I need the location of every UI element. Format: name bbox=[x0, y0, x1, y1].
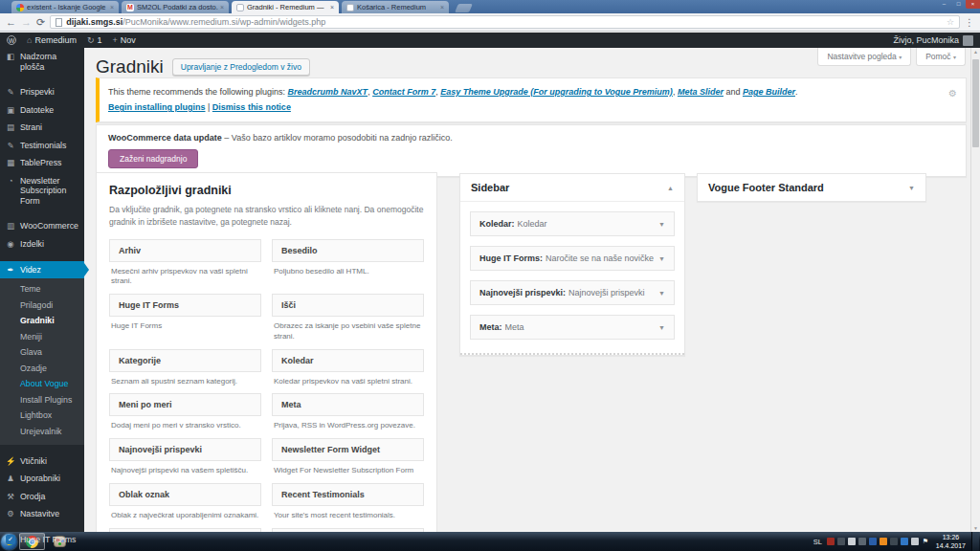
close-icon[interactable]: × bbox=[110, 4, 114, 11]
tray-icon-dark[interactable] bbox=[837, 538, 845, 545]
sidebar-item-woocommerce[interactable]: ▥WooCommerce bbox=[0, 217, 84, 235]
notice-link[interactable]: Dismiss this notice bbox=[212, 102, 291, 112]
submenu-item-teme[interactable]: Teme bbox=[0, 281, 84, 298]
show-desktop-button[interactable] bbox=[971, 532, 979, 551]
browser-menu-icon[interactable]: ⋮ bbox=[965, 17, 974, 28]
maximize-window-button[interactable]: □ bbox=[951, 0, 966, 9]
sidebar-widget[interactable]: Najnovejši prispevki:Najnovejši prispevk… bbox=[470, 280, 675, 305]
submenu-item-glava[interactable]: Glava bbox=[0, 344, 84, 361]
browser-tab[interactable]: Košarica - Remedium× bbox=[342, 1, 449, 13]
sidebar-widget[interactable]: Meta:Meta▼ bbox=[470, 315, 675, 340]
run-updater-button[interactable]: Zaženi nadgradnjo bbox=[108, 149, 198, 168]
adobe-tray-icon[interactable] bbox=[827, 538, 835, 545]
tray-icon-light[interactable] bbox=[848, 538, 856, 545]
sidebar-item-prispevki[interactable]: ✎Prispevki bbox=[0, 83, 84, 101]
tray-icon-shield[interactable] bbox=[858, 538, 866, 545]
submenu-item-urejevalnik[interactable]: Urejevalnik bbox=[0, 424, 84, 440]
tray-icon-orange[interactable] bbox=[880, 538, 887, 545]
tray-icon-blue-app[interactable] bbox=[869, 538, 877, 545]
notice-link[interactable]: Begin installing plugins bbox=[108, 102, 206, 112]
sidebar-item-nadzorna-plo-a[interactable]: ◧Nadzorna plošča bbox=[0, 48, 84, 76]
forward-icon[interactable]: → bbox=[21, 17, 32, 28]
widget-card[interactable]: Meta bbox=[272, 393, 424, 416]
widget-card[interactable]: Recent Testimonials bbox=[272, 483, 424, 506]
browser-tab[interactable]: MSM2OL Podatki za dosto...× bbox=[122, 1, 229, 13]
taskbar-clock[interactable]: 13:26 14.4.2017 bbox=[932, 533, 969, 551]
manage-with-live-preview-button[interactable]: Upravljanje z Predogledom v živo bbox=[172, 58, 310, 76]
scroll-up-icon[interactable]: ▲ bbox=[971, 49, 980, 55]
widget-card[interactable]: Newsletter Form Widget bbox=[272, 438, 424, 461]
admin-bar-site-name[interactable]: ⌂ Remedium bbox=[27, 35, 77, 45]
sidebar-item-tablepress[interactable]: ▦TablePress bbox=[0, 154, 84, 172]
submenu-item-install-plugins[interactable]: Install Plugins bbox=[0, 392, 84, 408]
address-bar[interactable]: dijaki.smgs.si/PucMonika/www.remedium.si… bbox=[50, 15, 960, 29]
submenu-item-ozadje[interactable]: Ozadje bbox=[0, 361, 84, 377]
admin-bar-account[interactable]: Živjo, PucMonika bbox=[893, 35, 973, 46]
screen-options-button[interactable]: Nastavitve pogleda ▾ bbox=[817, 48, 911, 66]
widget-card[interactable]: Išči bbox=[272, 294, 424, 317]
footer-panel-header[interactable]: Vogue Footer Standard ▼ bbox=[698, 174, 925, 201]
sidebar-item-huge-it-forms[interactable]: ✓Huge IT Forms bbox=[0, 531, 84, 549]
sidebar-item-datoteke[interactable]: ▣Datoteke bbox=[0, 101, 84, 120]
submenu-item-meniji[interactable]: Meniji bbox=[0, 329, 84, 345]
widget-card[interactable]: Arhiv bbox=[109, 239, 261, 262]
sidebar-item-izdelki[interactable]: ◉Izdelki bbox=[0, 235, 84, 253]
widget-card[interactable]: Kategorije bbox=[109, 349, 261, 372]
sidebar-item-newsletter-subscription-form[interactable]: ◔Newsletter Subscription Form bbox=[0, 172, 84, 210]
notice-link[interactable]: Breadcrumb NavXT bbox=[288, 87, 368, 97]
scrollbar[interactable]: ▲ ▼ bbox=[970, 48, 980, 532]
browser-tab[interactable]: existent - Iskanje Google× bbox=[11, 1, 119, 13]
help-button[interactable]: Pomoč ▾ bbox=[916, 48, 966, 66]
sidebar-item-orodja[interactable]: ⚒Orodja bbox=[0, 488, 84, 506]
notice-link[interactable]: Meta Slider bbox=[678, 87, 724, 97]
admin-bar-updates[interactable]: ↻ 1 bbox=[87, 35, 102, 45]
bookmark-star-icon[interactable]: ☆ bbox=[947, 17, 954, 27]
wordpress-logo-icon[interactable]: W bbox=[7, 35, 16, 45]
widget-card[interactable]: Besedilo bbox=[272, 239, 424, 262]
notice-link[interactable]: Easy Theme Upgrade (For upgrading to Vog… bbox=[440, 87, 673, 97]
admin-bar-new[interactable]: + Nov bbox=[113, 35, 136, 45]
minimize-window-button[interactable]: – bbox=[937, 0, 951, 9]
sidebar-item-videz[interactable]: ✒Videz bbox=[0, 261, 84, 279]
chevron-down-icon[interactable]: ▼ bbox=[658, 290, 665, 297]
collapse-icon[interactable]: ▲ bbox=[667, 185, 674, 191]
sidebar-item-vti-niki[interactable]: ⚡Vtičniki bbox=[0, 452, 84, 471]
volume-icon[interactable] bbox=[890, 538, 898, 545]
sidebar-item-strani[interactable]: ▤Strani bbox=[0, 119, 84, 137]
widget-card[interactable]: Meni po meri bbox=[109, 393, 261, 416]
submenu-item-lightbox[interactable]: Lightbox bbox=[0, 408, 84, 424]
refresh-icon[interactable]: ⟳ bbox=[36, 17, 45, 28]
submenu-item-about-vogue[interactable]: About Vogue bbox=[0, 376, 84, 392]
language-indicator[interactable]: SL bbox=[812, 538, 824, 546]
submenu-item-prilagodi[interactable]: Prilagodi bbox=[0, 298, 84, 314]
chevron-down-icon[interactable]: ▼ bbox=[658, 255, 665, 262]
submenu-item-gradniki[interactable]: Gradniki bbox=[0, 313, 84, 329]
bluetooth-icon[interactable] bbox=[901, 538, 908, 545]
chevron-down-icon[interactable]: ▼ bbox=[658, 324, 665, 331]
widget-card[interactable]: Huge IT Forms bbox=[109, 294, 261, 317]
notice-link[interactable]: Page Builder bbox=[743, 87, 795, 97]
action-center-flag-icon[interactable]: ⚑ bbox=[922, 538, 929, 545]
scroll-down-icon[interactable]: ▼ bbox=[971, 525, 980, 531]
chevron-down-icon[interactable]: ▼ bbox=[908, 185, 915, 191]
widget-card[interactable]: Koledar bbox=[272, 349, 424, 372]
url-text[interactable]: dijaki.smgs.si/PucMonika/www.remedium.si… bbox=[66, 17, 943, 27]
sidebar-panel-header[interactable]: Sidebar ▲ bbox=[460, 174, 684, 201]
network-icon[interactable] bbox=[911, 538, 919, 545]
close-window-button[interactable]: × bbox=[966, 0, 980, 9]
chevron-down-icon[interactable]: ▼ bbox=[658, 221, 665, 228]
sidebar-item-nastavitve[interactable]: ⚙Nastavitve bbox=[0, 505, 84, 523]
back-icon[interactable]: ← bbox=[6, 17, 16, 28]
close-icon[interactable]: × bbox=[220, 4, 224, 11]
widget-card[interactable]: Oblak oznak bbox=[109, 483, 261, 506]
scrollbar-thumb[interactable] bbox=[972, 59, 979, 147]
sidebar-item-testimonials[interactable]: ✎Testimonials bbox=[0, 137, 84, 155]
browser-tab[interactable]: Gradniki - Remedium —× bbox=[232, 1, 339, 13]
sidebar-item-uporabniki[interactable]: ♟Uporabniki bbox=[0, 470, 84, 488]
widget-card[interactable]: Najnovejši prispevki bbox=[109, 438, 261, 461]
sidebar-widget[interactable]: Koledar:Koledar▼ bbox=[470, 211, 675, 236]
gear-icon[interactable]: ⚙ bbox=[948, 85, 957, 102]
close-icon[interactable]: × bbox=[440, 4, 444, 11]
new-tab-button[interactable] bbox=[455, 4, 473, 12]
sidebar-widget[interactable]: Huge IT Forms:Naročite se na naše novičk… bbox=[470, 246, 675, 271]
